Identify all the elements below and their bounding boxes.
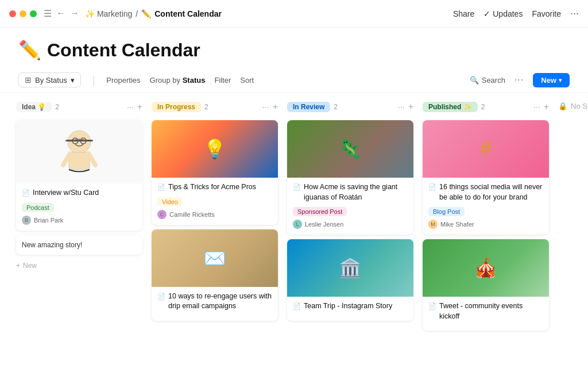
card-team-trip[interactable]: 🏛️ 📄 Team Trip - Instagram Story [287,239,413,321]
column-inreview: In Review 2 ··· + 🦎 📄 How Acme is saving… [287,99,413,325]
grid-icon: ⊞ [25,75,32,85]
column-label-published: Published ✨ [423,102,478,112]
card-body-tips: 📄 Tips & Tricks for Acme Pros Video C Ca… [152,178,278,225]
card-title-team-trip: 📄 Team Trip - Instagram Story [293,301,408,312]
card-tag-blogpost: Blog Post [428,207,465,216]
card-new-story[interactable]: New amazing story! [16,235,142,255]
card-10-ways[interactable]: ✉️ 📄 10 ways to re-engage users with dri… [152,229,278,321]
card-iguanas[interactable]: 🦎 📄 How Acme is saving the giant iguanas… [287,120,413,235]
column-add-published[interactable]: + [544,102,549,112]
column-label-idea: Idea 💡 [16,102,52,112]
column-header-published: Published ✨ 2 ··· + [423,99,549,114]
card-tag-podcast: Podcast [22,203,54,212]
avatar-brian: B [22,216,31,225]
card-title-interview: 📄 Interview w/Stu Card [22,188,137,198]
filter-button[interactable]: Filter [214,76,231,85]
card-tweet-community[interactable]: 🎪 📄 Tweet - community events kickoff [423,239,549,331]
new-label: New [541,76,556,85]
view-selector[interactable]: ⊞ By Status ▾ [18,72,81,87]
more-menu-button[interactable]: ··· [570,7,579,20]
hidden-col-label: No Stat [571,102,588,110]
traffic-lights [9,10,37,17]
card-body-team-trip: 📄 Team Trip - Instagram Story [287,297,413,321]
card-body-tweet: 📄 Tweet - community events kickoff [423,297,549,331]
card-body-10ways: 📄 10 ways to re-engage users with drip e… [152,287,278,321]
card-title-10ways: 📄 10 ways to re-engage users with drip e… [157,292,272,312]
toolbar-more-button[interactable]: ··· [514,75,524,85]
card-img-building: 🏛️ [287,239,413,297]
card-img-crowd: 🎪 [423,239,549,297]
breadcrumb: ✨ Marketing / ✏️ Content Calendar [85,9,453,18]
view-label: By Status [35,76,67,85]
minimize-dot[interactable] [20,10,26,17]
card-img-iguana: 🦎 [287,120,413,178]
doc-icon-tips: 📄 [157,183,165,191]
share-button[interactable]: Share [453,9,474,18]
card-tips-tricks[interactable]: 💡 📄 Tips & Tricks for Acme Pros Video C … [152,120,278,225]
column-add-idea[interactable]: + [137,102,142,112]
card-16-things[interactable]: # 📄 16 things social media will never be… [423,120,549,235]
card-title-tweet: 📄 Tweet - community events kickoff [428,301,543,321]
svg-rect-5 [65,140,93,141]
column-label-inreview: In Review [287,102,330,112]
card-img-hashtag: # [423,120,549,178]
column-inprogress: In Progress 2 ··· + 💡 📄 Tips & Tricks fo… [152,99,278,325]
character-svg [56,125,102,179]
column-more-published[interactable]: ··· [533,102,540,112]
titlebar-actions: Share ✓ Updates Favorite ··· [453,7,579,20]
column-header-idea: Idea 💡 2 ··· + [16,99,142,114]
breadcrumb-parent[interactable]: ✨ Marketing [85,9,132,18]
column-count-inreview: 2 [334,103,338,111]
avatar-mike: M [428,220,438,229]
card-img-lightbulb: 💡 [152,120,278,178]
search-label: Search [482,76,505,85]
card-body-interview: 📄 Interview w/Stu Card Podcast B Brian P… [16,183,142,231]
card-tag-sponsored: Sponsored Post [293,207,347,216]
sort-button[interactable]: Sort [240,76,254,85]
page-header: ✏️ Content Calendar [0,28,588,68]
favorite-button[interactable]: Favorite [532,9,561,18]
back-icon[interactable]: ← [56,8,65,19]
check-icon: ✓ [483,9,490,18]
column-add-inreview[interactable]: + [408,102,413,112]
column-add-inprogress[interactable]: + [273,102,278,112]
column-idea: Idea 💡 2 ··· + [16,99,142,272]
card-body-iguana: 📄 How Acme is saving the giant iguanas o… [287,178,413,235]
column-header-inreview: In Review 2 ··· + [287,99,413,114]
page-title: ✏️ Content Calendar [18,39,570,61]
add-new-label-idea: New [23,262,37,270]
hamburger-icon[interactable]: ☰ [44,8,52,19]
column-more-idea[interactable]: ··· [127,102,134,112]
new-button[interactable]: New ▾ [533,73,570,87]
column-more-inprogress[interactable]: ··· [262,102,269,112]
properties-button[interactable]: Properties [106,76,140,85]
nav-icons: ☰ ← → [44,8,79,19]
doc-icon-interview: 📄 [22,189,30,197]
card-title-tips: 📄 Tips & Tricks for Acme Pros [157,182,272,193]
updates-button[interactable]: ✓ Updates [483,9,523,18]
add-new-idea[interactable]: + New [16,259,142,272]
card-user-mike: M Mike Shafer [428,220,543,229]
card-user-brian: B Brian Park [22,216,137,225]
search-button[interactable]: 🔍 Search [470,76,505,85]
card-interview-stu[interactable]: 📄 Interview w/Stu Card Podcast B Brian P… [16,120,142,231]
card-body-16things: 📄 16 things social media will never be a… [423,178,549,235]
group-by-button[interactable]: Group by Status [150,76,206,85]
column-label-inprogress: In Progress [152,102,201,112]
toolbar: ⊞ By Status ▾ | Properties Group by Stat… [0,68,588,93]
titlebar: ☰ ← → ✨ Marketing / ✏️ Content Calendar … [0,0,588,28]
column-published: Published ✨ 2 ··· + # 📄 16 things social… [423,99,549,335]
new-chevron-icon: ▾ [559,77,562,83]
hidden-col-header: 🔒 No Stat [558,99,588,113]
forward-icon[interactable]: → [70,8,79,19]
close-dot[interactable] [9,10,16,17]
search-icon: 🔍 [470,76,479,85]
column-more-inreview[interactable]: ··· [398,102,405,112]
board: Idea 💡 2 ··· + [0,93,588,346]
view-chevron-icon: ▾ [71,76,75,85]
maximize-dot[interactable] [30,10,37,17]
column-count-idea: 2 [55,103,59,111]
page-title-text: Content Calendar [47,40,200,61]
doc-icon-10ways: 📄 [157,292,165,301]
avatar-leslie: L [293,220,302,229]
